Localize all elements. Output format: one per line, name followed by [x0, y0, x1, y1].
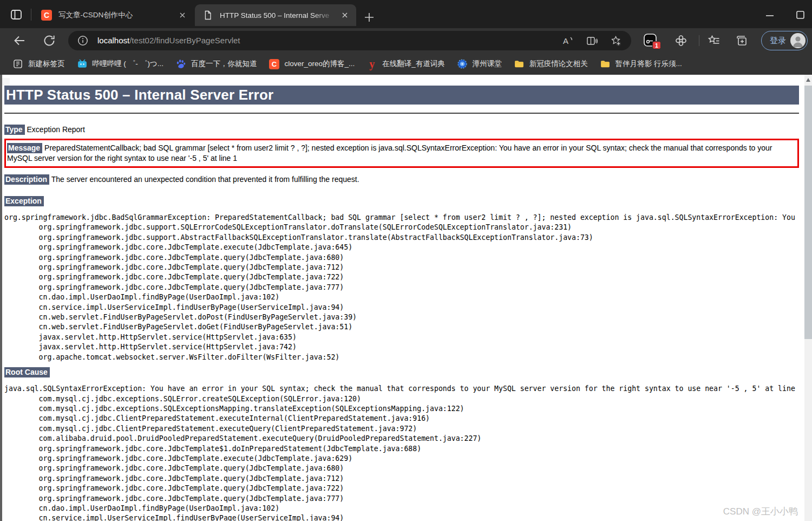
bookmark-label: 新冠疫情论文相关	[529, 59, 588, 69]
window-edge	[0, 75, 2, 521]
bookmark-label: 暂伴月将影 行乐须...	[615, 59, 682, 69]
error-page: HTTP Status 500 – Internal Server Error …	[4, 75, 799, 521]
bookmark-label: 潭州课堂	[473, 59, 502, 69]
browser-window: C 写文章-CSDN创作中心 HTTP Status 500 – Interna…	[0, 0, 812, 521]
toolbar-divider	[699, 35, 699, 46]
exception-heading: Exception	[4, 197, 799, 205]
type-row: Type Exception Report	[4, 125, 799, 135]
scroll-up-arrow-icon[interactable]	[806, 78, 810, 82]
root-cause-heading: Root Cause	[4, 368, 799, 376]
minimize-button[interactable]	[762, 8, 777, 22]
document-icon	[202, 10, 213, 21]
bilibili-icon	[77, 58, 88, 69]
vertical-scrollbar[interactable]	[804, 75, 812, 521]
bookmark-new-tab-page[interactable]: 新建标签页	[6, 56, 71, 72]
bookmark-bilibili[interactable]: 哔哩哔哩 ( ゜- ゜)つ...	[71, 56, 169, 72]
tabstrip-divider	[31, 9, 31, 21]
bookmark-label: 新建标签页	[28, 59, 65, 69]
back-button[interactable]	[13, 34, 26, 47]
page-content: HTTP Status 500 – Internal Server Error …	[0, 75, 812, 521]
description-label: Description	[4, 174, 49, 185]
extensions-icon[interactable]	[675, 34, 687, 47]
message-label: Message	[7, 143, 42, 153]
navigation-toolbar: localhost/test02/findUserByPageServlet A…	[0, 28, 812, 53]
bookmark-tanzhou[interactable]: 潭州课堂	[451, 56, 508, 72]
close-icon[interactable]	[176, 9, 188, 21]
tab-strip: C 写文章-CSDN创作中心 HTTP Status 500 – Interna…	[0, 0, 812, 28]
root-cause-stack-trace: java.sql.SQLSyntaxErrorException: You ha…	[4, 384, 799, 521]
divider	[4, 113, 799, 114]
sign-in-label: 登录	[770, 31, 786, 50]
close-icon[interactable]	[339, 9, 351, 21]
folder-icon	[600, 58, 611, 69]
collections-icon[interactable]	[735, 34, 748, 47]
add-favorite-icon[interactable]	[610, 35, 621, 47]
bookmark-youdao[interactable]: y 在线翻译_有道词典	[361, 56, 451, 72]
password-extension-icon[interactable]: 1	[643, 33, 657, 47]
read-aloud-icon[interactable]: A	[562, 35, 574, 47]
page-title: HTTP Status 500 – Internal Server Error	[4, 86, 799, 105]
description-value: The server encountered an unexpected con…	[51, 175, 359, 184]
bookmark-folder-covid-papers[interactable]: 新冠疫情论文相关	[508, 56, 594, 72]
bookmarks-bar: 新建标签页 哔哩哔哩 ( ゜- ゜)つ... 百度一下，你就知道 C clove…	[0, 53, 812, 75]
avatar	[790, 33, 806, 48]
bookmark-csdn-blog[interactable]: C clover_oreo的博客_...	[263, 56, 361, 72]
site-info-icon[interactable]	[77, 35, 88, 46]
maximize-button[interactable]	[793, 8, 808, 22]
svg-text:A: A	[563, 36, 568, 45]
workspaces-icon[interactable]	[10, 8, 23, 21]
tanzhou-gear-icon	[457, 58, 468, 69]
tab-title: 写文章-CSDN创作中心	[58, 10, 176, 20]
tab-title: HTTP Status 500 – Internal Serve	[220, 11, 339, 19]
exception-stack-trace: org.springframework.jdbc.BadSqlGrammarEx…	[4, 213, 799, 362]
tab-http-500[interactable]: HTTP Status 500 – Internal Serve	[195, 4, 356, 26]
csdn-watermark: CSDN @王小小鸭	[723, 505, 798, 518]
scrollbar-thumb[interactable]	[804, 86, 812, 339]
url-path: /test02/findUserByPageServlet	[129, 36, 240, 45]
type-value: Exception Report	[27, 125, 85, 134]
bookmark-label: 百度一下，你就知道	[191, 59, 257, 69]
immersive-reader-icon[interactable]	[586, 35, 598, 47]
address-bar[interactable]: localhost/test02/findUserByPageServlet A	[68, 31, 631, 50]
tab-csdn-editor[interactable]: C 写文章-CSDN创作中心	[34, 4, 194, 26]
favorites-icon[interactable]	[708, 34, 721, 47]
bookmark-folder-poem[interactable]: 暂伴月将影 行乐须...	[594, 56, 688, 72]
url-text[interactable]: localhost/test02/findUserByPageServlet	[97, 31, 240, 50]
new-tab-button[interactable]	[363, 11, 375, 23]
message-value: PreparedStatementCallback; bad SQL gramm…	[7, 144, 772, 162]
message-highlight-box: Message PreparedStatementCallback; bad S…	[4, 139, 799, 168]
folder-icon	[514, 58, 525, 69]
bookmark-label: 在线翻译_有道词典	[382, 59, 445, 69]
baidu-paw-icon	[175, 58, 186, 69]
extension-badge: 1	[652, 41, 661, 49]
refresh-button[interactable]	[43, 34, 56, 47]
url-host: localhost	[97, 36, 129, 45]
sign-in-button[interactable]: 登录	[761, 31, 808, 50]
youdao-icon: y	[366, 58, 377, 69]
csdn-icon: C	[269, 58, 279, 69]
bookmark-label: clover_oreo的博客_...	[284, 59, 355, 69]
csdn-favicon: C	[41, 10, 52, 21]
type-label: Type	[4, 125, 25, 135]
bookmark-baidu[interactable]: 百度一下，你就知道	[169, 56, 263, 72]
description-row: Description The server encountered an un…	[4, 174, 799, 185]
bookmark-label: 哔哩哔哩 ( ゜- ゜)つ...	[93, 59, 163, 69]
new-tab-page-icon	[12, 58, 23, 69]
